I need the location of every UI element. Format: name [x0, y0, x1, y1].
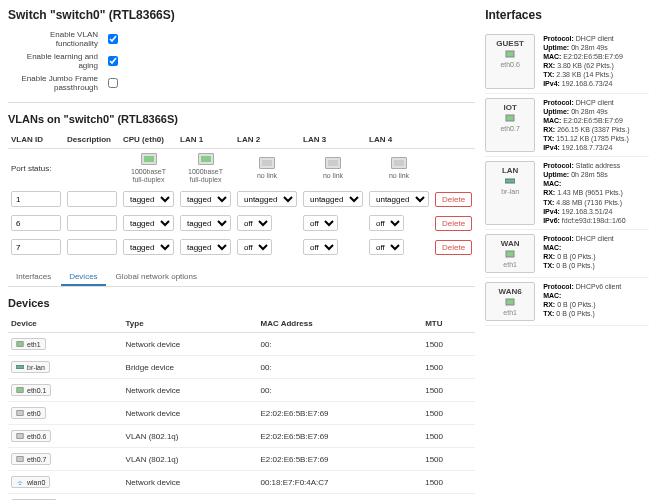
interface-info: Protocol: DHCP clientUptime: 0h 28m 49sM…	[543, 98, 649, 153]
device-badge[interactable]: eth1	[11, 338, 46, 350]
dev-type: VLAN (802.1q)	[123, 425, 258, 448]
vlans-title: VLANs on "switch0" (RTL8366S)	[8, 113, 475, 125]
vlan-port-select[interactable]: untagged	[237, 191, 297, 207]
interface-icon	[505, 297, 515, 307]
dev-type: Network device	[123, 494, 258, 501]
table-row: wlan0Network device00:18:E7:F0:4A:C71500	[8, 471, 475, 494]
device-badge[interactable]: eth0.6	[11, 430, 51, 442]
device-badge[interactable]: eth0	[11, 407, 46, 419]
dev-type: Network device	[123, 471, 258, 494]
dev-mac: E2:02:E6:5B:E7:69	[258, 425, 423, 448]
vlan-desc-input[interactable]	[67, 191, 117, 207]
vlan-port-select[interactable]: off	[369, 215, 404, 231]
ethernet-port-icon	[198, 153, 214, 165]
dev-type: VLAN (802.1q)	[123, 448, 258, 471]
table-row: eth1Network device00:1500	[8, 333, 475, 356]
vlan-port-select[interactable]: tagged	[123, 239, 174, 255]
interface-box[interactable]: GUESTeth0.6	[485, 34, 535, 89]
vlan-port-select[interactable]: tagged	[180, 215, 231, 231]
delete-button[interactable]: Delete	[435, 240, 472, 255]
enable-vlan-checkbox[interactable]	[108, 34, 118, 44]
vlan-port-select[interactable]: tagged	[123, 191, 174, 207]
device-icon	[16, 340, 24, 348]
table-row: eth0.7VLAN (802.1q)E2:02:E6:5B:E7:691500	[8, 448, 475, 471]
device-icon	[16, 455, 24, 463]
vlan-id-input[interactable]	[11, 239, 61, 255]
table-row: eth0Network deviceE2:02:E6:5B:E7:691500	[8, 402, 475, 425]
interface-name: WAN6	[488, 287, 532, 296]
interface-dev: eth1	[488, 309, 532, 316]
dev-type: Bridge device	[123, 356, 258, 379]
ethernet-port-icon	[391, 157, 407, 169]
switch-title: Switch "switch0" (RTL8366S)	[8, 8, 475, 22]
device-badge[interactable]: eth0.1	[11, 384, 51, 396]
vlan-col: LAN 1	[177, 131, 234, 149]
port-label: full-duplex	[180, 176, 231, 183]
interface-box[interactable]: IOTeth0.7	[485, 98, 535, 153]
device-badge[interactable]: eth0.7	[11, 453, 51, 465]
dev-mac: 00:	[258, 356, 423, 379]
vlan-port-select[interactable]: off	[303, 239, 338, 255]
devices-title: Devices	[8, 297, 475, 309]
interface-box[interactable]: WANeth1	[485, 234, 535, 273]
interface-icon	[505, 176, 515, 186]
vlan-port-select[interactable]: untagged	[303, 191, 363, 207]
interface-info: Protocol: Static addressUptime: 0h 28m 5…	[543, 161, 649, 225]
dev-mac: 00:18:E7:F0:4A:C7	[258, 471, 423, 494]
vlan-port-select[interactable]: off	[237, 215, 272, 231]
enable-jumbo-checkbox[interactable]	[108, 78, 118, 88]
delete-button[interactable]: Delete	[435, 192, 472, 207]
vlan-desc-input[interactable]	[67, 239, 117, 255]
vlan-port-select[interactable]: off	[303, 215, 338, 231]
vlan-port-select[interactable]: tagged	[180, 239, 231, 255]
tab-devices[interactable]: Devices	[61, 269, 105, 286]
dev-mac: 00:	[258, 379, 423, 402]
vlan-port-select[interactable]: tagged	[180, 191, 231, 207]
interface-box[interactable]: WAN6eth1	[485, 282, 535, 321]
vlan-port-select[interactable]: off	[237, 239, 272, 255]
device-badge[interactable]: br-lan	[11, 361, 50, 373]
vlan-col: CPU (eth0)	[120, 131, 177, 149]
port-status-cell: no link	[300, 149, 366, 188]
interface-icon	[505, 113, 515, 123]
vlan-port-select[interactable]: off	[369, 239, 404, 255]
interface-card: GUESTeth0.6Protocol: DHCP clientUptime: …	[485, 30, 649, 94]
svg-rect-12	[506, 299, 514, 305]
interface-dev: eth1	[488, 261, 532, 268]
ethernet-port-icon	[141, 153, 157, 165]
port-label: no link	[303, 172, 363, 179]
svg-rect-5	[17, 457, 23, 462]
port-status-cell: 1000baseTfull-duplex	[177, 149, 234, 188]
dev-mac: E2:02:E6:5B:E7:69	[258, 448, 423, 471]
vlan-id-input[interactable]	[11, 191, 61, 207]
tab-interfaces[interactable]: Interfaces	[8, 269, 59, 286]
vlan-port-select[interactable]: untagged	[369, 191, 429, 207]
svg-rect-9	[506, 115, 514, 121]
enable-learn-label: Enable learning and aging	[8, 52, 108, 70]
device-icon	[16, 386, 24, 394]
port-label: 1000baseT	[180, 168, 231, 175]
vlan-id-input[interactable]	[11, 215, 61, 231]
delete-button[interactable]: Delete	[435, 216, 472, 231]
dev-mtu: 1500	[422, 448, 475, 471]
svg-rect-11	[506, 251, 514, 257]
port-label: full-duplex	[123, 176, 174, 183]
svg-rect-10	[505, 179, 515, 183]
table-row: eth0.1Network device00:1500	[8, 379, 475, 402]
port-label: no link	[237, 172, 297, 179]
enable-learn-checkbox[interactable]	[108, 56, 118, 66]
interface-icon	[505, 49, 515, 59]
device-badge[interactable]: wlan0	[11, 476, 50, 488]
ethernet-port-icon	[259, 157, 275, 169]
svg-rect-8	[506, 51, 514, 57]
port-status-cell: 1000baseTfull-duplex	[120, 149, 177, 188]
vlan-desc-input[interactable]	[67, 215, 117, 231]
tab-global[interactable]: Global network options	[108, 269, 205, 286]
table-row: wlan0-1Network device02:18:E7:F0:4A:C715…	[8, 494, 475, 501]
interface-box[interactable]: LANbr-lan	[485, 161, 535, 225]
interface-name: IOT	[488, 103, 532, 112]
dev-mac: 02:18:E7:F0:4A:C7	[258, 494, 423, 501]
devices-table: DeviceTypeMAC AddressMTU eth1Network dev…	[8, 315, 475, 500]
vlan-port-select[interactable]: tagged	[123, 215, 174, 231]
interface-info: Protocol: DHCP clientMAC: RX: 0 B (0 Pkt…	[543, 234, 649, 273]
